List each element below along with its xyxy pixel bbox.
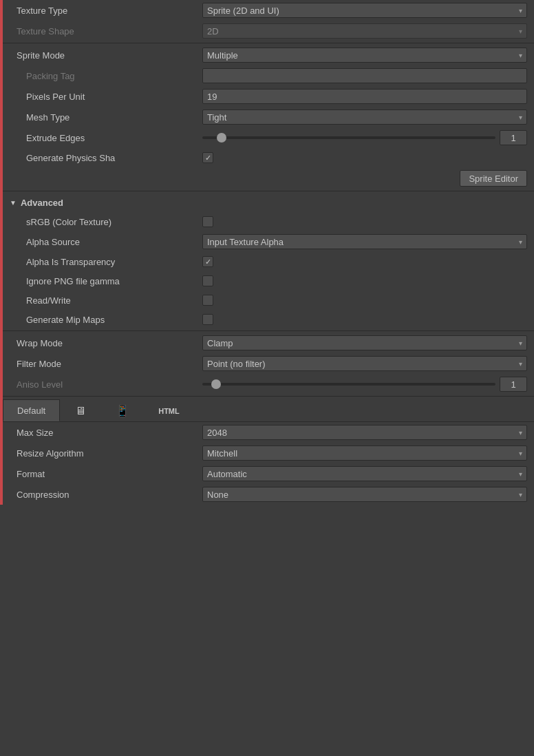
srgb-label: sRGB (Color Texture) [10, 217, 202, 227]
dropdown-arrow11: ▾ [519, 491, 522, 498]
filter-mode-value: Point (no filter) [207, 359, 266, 369]
mesh-type-dropdown[interactable]: Tight ▾ [202, 109, 527, 125]
pixels-per-unit-control[interactable] [202, 89, 527, 104]
tab-desktop[interactable]: 🖥 [60, 399, 101, 421]
max-size-row: Max Size 2048 ▾ [3, 422, 534, 443]
mip-maps-row: Generate Mip Maps [3, 310, 534, 329]
tab-default-label: Default [17, 406, 45, 416]
dropdown-arrow7: ▾ [519, 360, 522, 368]
texture-type-label: Texture Type [10, 6, 202, 16]
texture-shape-dropdown[interactable]: 2D ▾ [202, 23, 527, 39]
mip-maps-label: Generate Mip Maps [10, 315, 202, 325]
aniso-level-slider-wrap [202, 377, 527, 392]
extrude-edges-slider-wrap [202, 130, 527, 145]
advanced-section-title: Advanced [21, 198, 63, 208]
mip-maps-control[interactable] [202, 314, 527, 325]
texture-shape-row: Texture Shape 2D ▾ [3, 21, 534, 41]
ignore-png-checkbox[interactable] [202, 275, 213, 286]
texture-type-control[interactable]: Sprite (2D and UI) ▾ [202, 3, 527, 18]
aniso-level-control [202, 377, 527, 392]
packing-tag-control[interactable] [202, 68, 527, 83]
texture-type-dropdown[interactable]: Sprite (2D and UI) ▾ [202, 3, 527, 18]
wrap-mode-control[interactable]: Clamp ▾ [202, 335, 527, 350]
extrude-edges-thumb[interactable] [217, 133, 226, 143]
srgb-control[interactable] [202, 216, 527, 227]
sprite-mode-value: Multiple [207, 50, 238, 61]
filter-mode-control[interactable]: Point (no filter) ▾ [202, 356, 527, 371]
extrude-edges-track[interactable] [202, 136, 495, 139]
dropdown-arrow8: ▾ [519, 429, 522, 437]
tab-web[interactable]: HTML [144, 399, 194, 421]
generate-physics-label: Generate Physics Sha [10, 153, 202, 163]
alpha-transparency-control[interactable] [202, 256, 527, 267]
max-size-control[interactable]: 2048 ▾ [202, 425, 527, 440]
compression-dropdown[interactable]: None ▾ [202, 487, 527, 502]
packing-tag-input[interactable] [202, 68, 527, 83]
ignore-png-label: Ignore PNG file gamma [10, 276, 202, 286]
aniso-level-value-input[interactable] [500, 377, 527, 392]
platform-tabs: Default 🖥 📱 HTML [3, 399, 534, 422]
texture-shape-label: Texture Shape [10, 26, 202, 36]
advanced-section-header[interactable]: ▼ Advanced [3, 193, 534, 212]
resize-algorithm-value: Mitchell [207, 448, 237, 459]
alpha-source-value: Input Texture Alpha [207, 237, 284, 247]
max-size-dropdown[interactable]: 2048 ▾ [202, 425, 527, 440]
sprite-mode-dropdown[interactable]: Multiple ▾ [202, 48, 527, 63]
aniso-level-track[interactable] [202, 383, 495, 386]
generate-physics-checkbox[interactable] [202, 152, 213, 163]
format-value: Automatic [207, 469, 247, 479]
alpha-source-control[interactable]: Input Texture Alpha ▾ [202, 234, 527, 249]
filter-mode-dropdown[interactable]: Point (no filter) ▾ [202, 356, 527, 371]
read-write-checkbox[interactable] [202, 295, 213, 306]
dropdown-arrow10: ▾ [519, 470, 522, 478]
texture-type-row: Texture Type Sprite (2D and UI) ▾ [3, 0, 534, 21]
ignore-png-control[interactable] [202, 275, 527, 286]
tab-mobile[interactable]: 📱 [101, 399, 144, 421]
resize-algorithm-dropdown[interactable]: Mitchell ▾ [202, 445, 527, 461]
packing-tag-label: Packing Tag [10, 71, 202, 81]
srgb-checkbox[interactable] [202, 216, 213, 227]
format-control[interactable]: Automatic ▾ [202, 466, 527, 481]
alpha-source-dropdown[interactable]: Input Texture Alpha ▾ [202, 234, 527, 249]
extrude-edges-value-input[interactable] [500, 130, 527, 145]
pixels-per-unit-input[interactable] [202, 89, 527, 104]
dropdown-arrow5: ▾ [519, 238, 522, 246]
sprite-editor-button[interactable]: Sprite Editor [460, 170, 527, 187]
mobile-icon: 📱 [116, 404, 129, 417]
texture-type-value: Sprite (2D and UI) [207, 6, 279, 16]
srgb-row: sRGB (Color Texture) [3, 212, 534, 231]
wrap-mode-row: Wrap Mode Clamp ▾ [3, 333, 534, 353]
aniso-level-thumb[interactable] [211, 379, 221, 389]
monitor-icon: 🖥 [75, 405, 86, 417]
compression-control[interactable]: None ▾ [202, 487, 527, 502]
resize-algorithm-label: Resize Algorithm [10, 448, 202, 459]
compression-value: None [207, 490, 228, 500]
advanced-arrow-icon: ▼ [10, 199, 17, 207]
alpha-transparency-label: Alpha Is Transparency [10, 257, 202, 267]
mesh-type-control[interactable]: Tight ▾ [202, 109, 527, 125]
mip-maps-checkbox[interactable] [202, 314, 213, 325]
dropdown-arrow2: ▾ [519, 28, 522, 35]
texture-shape-value: 2D [207, 26, 219, 36]
filter-mode-label: Filter Mode [10, 359, 202, 369]
sprite-mode-control[interactable]: Multiple ▾ [202, 48, 527, 63]
divider4 [3, 396, 534, 397]
read-write-control[interactable] [202, 295, 527, 306]
alpha-source-label: Alpha Source [10, 237, 202, 247]
wrap-mode-dropdown[interactable]: Clamp ▾ [202, 335, 527, 350]
resize-algorithm-row: Resize Algorithm Mitchell ▾ [3, 443, 534, 463]
alpha-transparency-checkbox[interactable] [202, 256, 213, 267]
format-dropdown[interactable]: Automatic ▾ [202, 466, 527, 481]
tab-default[interactable]: Default [3, 399, 60, 421]
generate-physics-control[interactable] [202, 152, 527, 163]
divider1 [3, 43, 534, 43]
divider3 [3, 330, 534, 331]
pixels-per-unit-label: Pixels Per Unit [10, 92, 202, 102]
texture-shape-control[interactable]: 2D ▾ [202, 23, 527, 39]
read-write-label: Read/Write [10, 295, 202, 306]
extrude-edges-control [202, 130, 527, 145]
dropdown-arrow9: ▾ [519, 450, 522, 457]
left-accent [0, 0, 3, 505]
resize-algorithm-control[interactable]: Mitchell ▾ [202, 445, 527, 461]
wrap-mode-value: Clamp [207, 338, 233, 348]
